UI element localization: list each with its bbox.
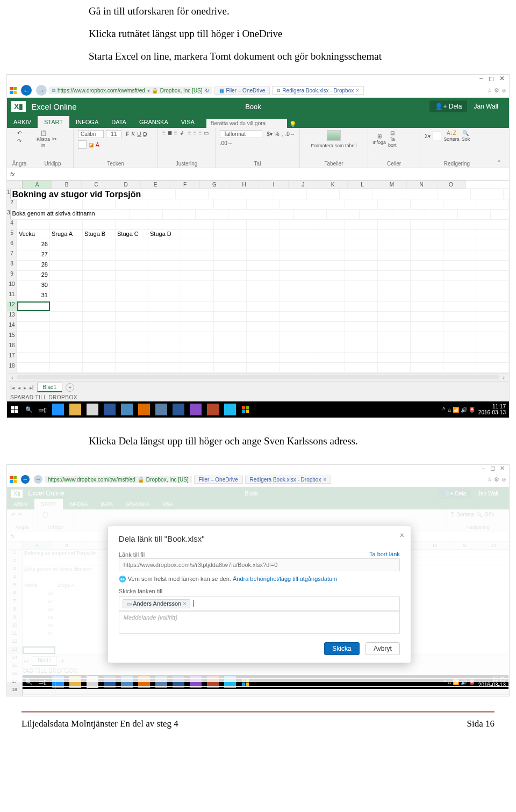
tab-granska[interactable]: GRANSKA [133, 116, 175, 128]
underline-button[interactable]: U [137, 131, 141, 137]
collapse-ribbon-icon[interactable]: ^ [493, 157, 505, 168]
group-cells: Celler [372, 161, 415, 167]
redo-button[interactable]: ↷ [17, 138, 22, 144]
tellme-input[interactable]: Berätta vad du vill göra [206, 119, 287, 128]
browser-bar-2: ← → https://www.dropbox.com/ow/msft/ed 🔒… [7, 472, 509, 487]
sheet-first[interactable]: I◂ [10, 385, 15, 391]
task-view-icon[interactable]: ▭▯ [38, 406, 47, 413]
bold-button[interactable]: F [126, 131, 129, 137]
page-footer: Liljedalsdata Molntjänster En del av ste… [0, 718, 516, 739]
change-permission-link[interactable]: Ändra behörighet/lägg till utgångsdatum [233, 576, 337, 582]
font-name-select[interactable]: Calibri [78, 130, 104, 138]
ie-icon[interactable] [224, 404, 236, 415]
link-url-input[interactable]: https://www.dropbox.com/s/r3tptjdda8tw7i… [119, 558, 400, 571]
add-sheet-button[interactable]: + [66, 383, 74, 392]
spreadsheet-grid[interactable]: A B C D E F G H I J K L M N O 1Bokning a… [7, 181, 509, 381]
align-right[interactable]: ≡ [198, 130, 202, 136]
remove-link[interactable]: Ta bort länk [369, 551, 400, 557]
double-underline-button[interactable]: D̳ [143, 131, 147, 137]
word-icon[interactable] [104, 404, 116, 415]
number-format-select[interactable]: Talformat [220, 130, 262, 138]
browser-tab-dropbox[interactable]: ⧈Redigera Book.xlsx - Dropbox× [272, 86, 364, 95]
forward-button-2[interactable]: → [34, 475, 42, 484]
align-left[interactable]: ≡ [188, 130, 191, 136]
explorer-icon[interactable] [69, 404, 81, 415]
border-button[interactable] [78, 140, 87, 149]
align-center[interactable]: ≡ [194, 130, 197, 136]
share-button[interactable]: 👤+ Dela [429, 100, 467, 112]
sheet-last[interactable]: ▸I [30, 385, 34, 391]
sheet-next[interactable]: ▸ [24, 385, 26, 391]
mail-icon[interactable] [121, 404, 133, 415]
media-icon[interactable] [138, 404, 150, 415]
document-title[interactable]: Book [77, 103, 430, 111]
comma-button[interactable]: , [282, 131, 283, 137]
sheet-prev[interactable]: ◂ [18, 385, 20, 391]
instruction-4: Klicka Dela längst upp till höger och an… [89, 435, 484, 450]
user-name[interactable]: Jan Wall [467, 103, 505, 110]
colhdr-a[interactable]: A [23, 181, 52, 189]
send-button[interactable]: Skicka [324, 642, 359, 655]
tab-onedrive-2[interactable]: Filer – OneDrive [194, 476, 243, 484]
align-mid[interactable]: ≣ [168, 130, 172, 136]
format-table-icon[interactable] [327, 130, 341, 141]
find-button[interactable]: 🔍Sök [462, 130, 470, 142]
cancel-button[interactable]: Avbryt [366, 642, 400, 655]
currency-button[interactable]: $▾ [267, 131, 273, 137]
excel-brand: Excel Online [31, 102, 76, 111]
hscrollbar[interactable]: ‹› [7, 373, 509, 381]
notes-icon[interactable] [190, 404, 202, 415]
dialog-close-button[interactable]: × [400, 531, 404, 540]
tab-arkiv[interactable]: ARKIV [7, 116, 38, 128]
align-top[interactable]: ≡ [162, 130, 166, 136]
formula-bar[interactable]: fx [7, 168, 509, 181]
tab-dropbox-2[interactable]: Redigera Book.xlsx - Dropbox × [245, 476, 332, 484]
font-color-button[interactable]: A [96, 142, 99, 148]
italic-button[interactable]: K [132, 131, 135, 137]
delete-cells-button[interactable]: ⊟Ta bort [388, 130, 397, 148]
ribbon-tabs: ARKIV START INFOGA DATA GRANSKA VISA Ber… [7, 115, 509, 128]
tab-start[interactable]: START [38, 116, 69, 128]
app-icon[interactable] [155, 404, 167, 415]
sheet-tab-blad1[interactable]: Blad1 [37, 383, 63, 392]
percent-button[interactable]: % [275, 131, 280, 137]
instruction-2: Klicka rutnätet längst upp till höger i … [89, 28, 484, 43]
paste-button[interactable]: 📋Klistra in [37, 130, 50, 148]
group-font: Tecken [78, 161, 153, 167]
footer-separator [22, 712, 494, 715]
insert-cells-button[interactable]: ⊞Infoga [372, 133, 386, 145]
edge-icon[interactable] [52, 404, 64, 415]
back-button[interactable]: ← [21, 85, 32, 96]
autosum-button[interactable]: Σ▾ [425, 133, 431, 139]
store-icon[interactable] [87, 404, 98, 415]
sort-button[interactable]: A↓ZSortera [443, 130, 460, 142]
address-bar-2[interactable]: https://www.dropbox.com/ow/msft/ed 🔒 Dro… [45, 476, 192, 483]
clear-button[interactable] [433, 132, 441, 140]
start-button[interactable] [10, 406, 18, 413]
message-textarea[interactable]: Meddelande (valfritt) [119, 611, 400, 634]
cut-icon[interactable]: ✂ [52, 136, 56, 142]
tab-visa[interactable]: VISA [175, 116, 201, 128]
back-button-2[interactable]: ← [21, 475, 30, 484]
sheet-tab-bar: I◂ ◂ ▸ ▸I Blad1 + [7, 381, 509, 393]
inc-dec-button[interactable]: .0→ [285, 131, 295, 137]
font-size-select[interactable]: 11 [106, 130, 121, 138]
cert-badge: Dropbox, Inc [US] [160, 88, 203, 94]
search-icon[interactable]: 🔍 [25, 406, 33, 413]
ppt-icon[interactable] [207, 404, 219, 415]
wrap-text[interactable]: ↲ [180, 130, 184, 136]
dec-dec-button[interactable]: .00→ [220, 140, 233, 146]
browser-tab-onedrive[interactable]: ▦Filer – OneDrive [214, 87, 270, 95]
column-headers: A B C D E F G H I J K L M N O [7, 181, 509, 189]
address-bar[interactable]: ⧈ https://www.dropbox.com/ow/msft/ed ▾ 🔒… [49, 87, 212, 94]
tab-data[interactable]: DATA [105, 116, 133, 128]
undo-button[interactable]: ↶ [17, 130, 22, 136]
word2-icon[interactable] [173, 404, 184, 415]
tab-infoga[interactable]: INFOGA [69, 116, 105, 128]
forward-button[interactable]: → [36, 85, 47, 96]
tray-icons[interactable]: ^ ⌂ 📶 🔊 📮 [442, 407, 475, 413]
fill-color-button[interactable]: ◪ [89, 142, 94, 148]
merge-button[interactable]: ▭ [204, 130, 209, 136]
align-bottom[interactable]: ≡ [174, 130, 177, 136]
recipient-input[interactable]: ▭ Anders Andersson × [119, 597, 400, 611]
